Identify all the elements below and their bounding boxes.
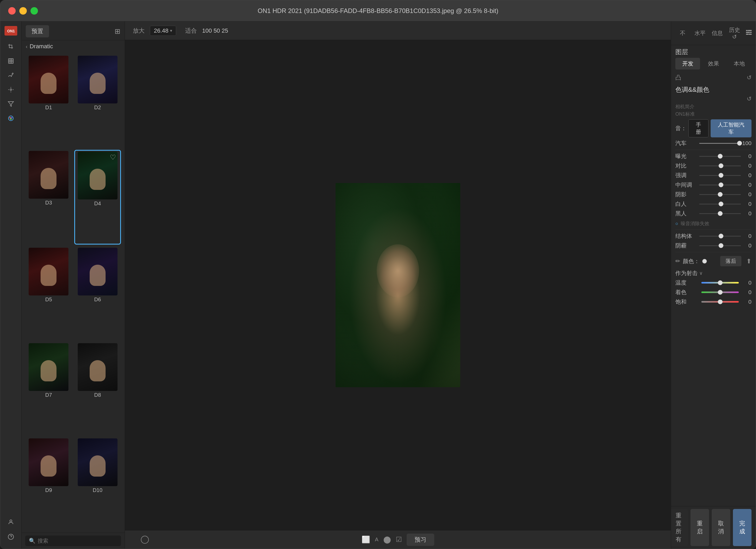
shadows-thumb[interactable] (718, 192, 723, 197)
temp-track-wrap[interactable] (699, 280, 741, 286)
close-button[interactable] (8, 7, 16, 15)
fallback-button[interactable]: 落后 (720, 256, 741, 266)
transform-tool-button[interactable] (3, 54, 18, 68)
user-button[interactable] (3, 515, 18, 529)
preset-item-d9[interactable]: D9 (25, 437, 72, 530)
structure-track-wrap[interactable] (699, 233, 741, 239)
color-tool-button[interactable] (3, 112, 18, 125)
blacks-thumb[interactable] (718, 211, 723, 216)
exposure-track (699, 156, 741, 157)
blacks-value: 0 (744, 210, 751, 217)
tab-lishi[interactable]: 历史 ↺ (727, 24, 742, 42)
exposure-thumb[interactable] (718, 154, 723, 159)
fit-label: 适合 (185, 27, 197, 35)
svg-rect-11 (748, 30, 751, 31)
thumb-face-d2 (90, 73, 106, 94)
preset-item-d6[interactable]: D6 (74, 247, 121, 340)
highlights-thumb[interactable] (719, 173, 723, 178)
bump-icon: 凸 (675, 74, 681, 82)
presets-button[interactable]: 预置 (26, 25, 49, 37)
haze-track-wrap[interactable] (699, 242, 741, 249)
tab-bu[interactable]: 不 (675, 27, 690, 39)
filter-tool-button[interactable] (3, 97, 18, 111)
highlights-track-wrap[interactable] (699, 172, 741, 178)
preset-item-d10[interactable]: D10 (74, 437, 121, 530)
tab-shuiping[interactable]: 水平 (692, 27, 708, 39)
search-input[interactable] (38, 538, 117, 544)
layer-tab-develop[interactable]: 开发 (675, 58, 700, 69)
tone-row: 音： 手册 人工智能汽车 (675, 118, 751, 138)
as-shot-arrow-icon[interactable]: ∨ (699, 270, 703, 276)
settings-icon[interactable] (746, 29, 752, 37)
preset-item-d1[interactable]: D1 (25, 55, 72, 148)
preset-item-d8[interactable]: D8 (74, 342, 121, 435)
crop-tool-button[interactable] (3, 40, 18, 53)
breadcrumb-back-icon[interactable]: ‹ (26, 43, 28, 50)
preset-label-d10: D10 (93, 487, 102, 493)
tone-color-heading: 色调&&颜色 (675, 83, 751, 95)
temp-value: 0 (744, 280, 751, 286)
export-icon[interactable]: ⬆ (746, 258, 751, 265)
haze-thumb[interactable] (719, 243, 723, 248)
preset-grid: D1 D2 D3 (21, 53, 125, 533)
thumb-face-d8 (90, 360, 106, 381)
whites-track-wrap[interactable] (699, 201, 741, 207)
tint-track-wrap[interactable] (699, 289, 741, 295)
contrast-track-wrap[interactable] (699, 163, 741, 169)
auto-slider-track-wrap[interactable] (699, 140, 740, 146)
whites-thumb[interactable] (719, 202, 723, 206)
auto-slider-thumb[interactable] (737, 141, 742, 146)
preset-item-d2[interactable]: D2 (74, 55, 121, 148)
auto-slider-fill (699, 143, 740, 144)
preset-item-d5[interactable]: D5 (25, 247, 72, 340)
brush-tool-button[interactable] (3, 69, 18, 82)
blacks-track-wrap[interactable] (699, 210, 741, 217)
preset-label-d3: D3 (45, 200, 52, 206)
exposure-track-wrap[interactable] (699, 153, 741, 159)
frame-icon-1[interactable]: ⬜ (362, 535, 370, 544)
tint-thumb[interactable] (718, 290, 723, 295)
preview-button[interactable]: 预习 (407, 534, 434, 546)
sat-track-wrap[interactable] (699, 299, 741, 305)
whites-track (699, 204, 741, 204)
frame-icon-2[interactable]: A (375, 537, 378, 543)
minimize-button[interactable] (19, 7, 27, 15)
shadows-row: 阴影 0 (675, 190, 751, 199)
canvas-image-area[interactable] (125, 40, 671, 530)
temp-thumb[interactable] (718, 280, 723, 285)
maximize-button[interactable] (31, 7, 38, 15)
circle-icon[interactable]: ⬤ (383, 535, 391, 544)
noise-link[interactable]: ○ 噪音消除失效 (675, 221, 709, 226)
reset-tone-icon[interactable]: ↺ (747, 95, 751, 102)
reset-all-button[interactable]: 重置所有 (671, 509, 688, 546)
svg-point-7 (10, 118, 12, 120)
exposure-value: 0 (744, 153, 751, 159)
help-button[interactable] (3, 530, 18, 543)
midtones-track-wrap[interactable] (699, 182, 741, 188)
manual-button[interactable]: 手册 (688, 119, 709, 137)
reset-icon-top[interactable]: ↺ (747, 74, 751, 81)
tab-xinxi[interactable]: 信息 (710, 27, 725, 39)
grid-toggle-icon[interactable]: ⊞ (115, 27, 120, 36)
cancel-button[interactable]: 取消 (712, 509, 730, 546)
auto-ai-button[interactable]: 人工智能汽车 (711, 119, 751, 137)
check-icon[interactable]: ☑ (396, 535, 402, 544)
structure-track (699, 236, 741, 237)
midtones-thumb[interactable] (719, 182, 723, 187)
zoom-value-display[interactable]: 26.48 ▾ (150, 26, 176, 36)
retouch-tool-button[interactable] (3, 83, 18, 96)
preset-item-d4[interactable]: ♡ D4 (74, 150, 121, 245)
layer-tab-local[interactable]: 本地 (727, 58, 751, 69)
preset-item-d3[interactable]: D3 (25, 150, 72, 245)
restart-button[interactable]: 重启 (690, 509, 709, 546)
preset-label-d7: D7 (45, 392, 52, 398)
structure-thumb[interactable] (719, 234, 723, 238)
app-logo: ON1 (3, 24, 19, 37)
contrast-thumb[interactable] (719, 163, 723, 168)
done-button[interactable]: 完成 (733, 509, 751, 546)
svg-rect-2 (8, 59, 13, 63)
sat-thumb[interactable] (718, 299, 723, 304)
layer-tab-effect[interactable]: 效果 (701, 58, 726, 69)
preset-item-d7[interactable]: D7 (25, 342, 72, 435)
shadows-track-wrap[interactable] (699, 191, 741, 198)
